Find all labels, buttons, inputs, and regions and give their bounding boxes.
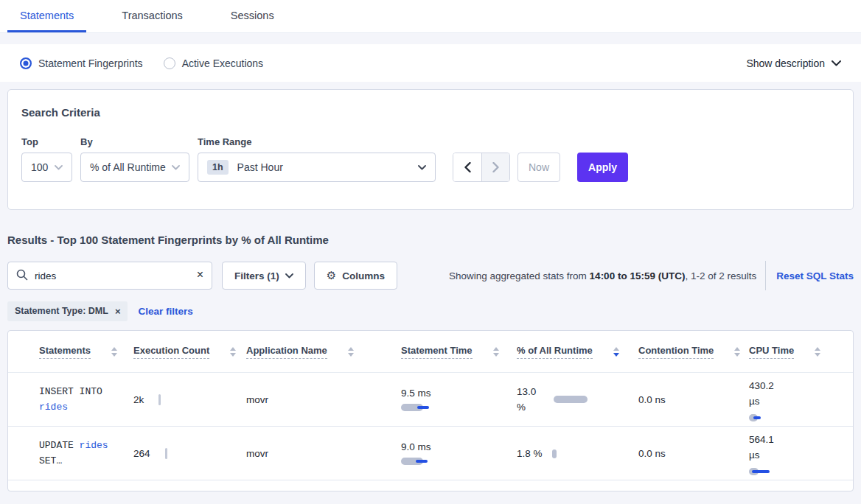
chevron-left-icon	[464, 162, 471, 172]
table-header-row: Statements Execution Count Application N…	[8, 331, 853, 373]
chevron-down-icon	[55, 165, 63, 170]
table-footer-spacer	[8, 480, 853, 491]
application-name-value: movr	[246, 448, 268, 459]
chevron-down-icon	[285, 273, 293, 279]
top-tab-bar: Statements Transactions Sessions	[0, 0, 861, 33]
col-header-label[interactable]: Statements	[39, 345, 91, 359]
sort-icon[interactable]	[493, 347, 499, 357]
summary-prefix: Showing aggregated stats from	[449, 270, 590, 281]
results-summary: Showing aggregated stats from 14:00 to 1…	[449, 270, 756, 281]
col-header-cpu-time: CPU Time	[749, 345, 853, 359]
statement-fingerprint[interactable]: INSERT INTO rides	[39, 384, 128, 415]
filter-chip-statement-type[interactable]: Statement Type: DML ×	[7, 301, 128, 321]
statement-time-bar	[401, 458, 430, 465]
radio-active-executions[interactable]: Active Executions	[164, 57, 264, 69]
search-criteria-panel: Search Criteria Top 100 By % of All Runt…	[7, 89, 854, 210]
results-heading: Results - Top 100 Statement Fingerprints…	[7, 234, 854, 246]
filters-button-label: Filters (1)	[234, 270, 279, 281]
remove-filter-icon[interactable]: ×	[115, 306, 121, 317]
runtime-pct-value: 1.8 %	[517, 446, 546, 461]
tab-transactions[interactable]: Transactions	[109, 0, 195, 32]
sort-icon[interactable]	[348, 347, 354, 357]
cpu-time-bar	[749, 414, 762, 421]
show-description-label: Show description	[746, 57, 825, 69]
statement-time-bar	[401, 404, 430, 411]
next-time-button[interactable]	[481, 153, 509, 181]
show-description-toggle[interactable]: Show description	[746, 57, 841, 69]
contention-time-value: 0.0 ns	[638, 394, 666, 405]
top-select-value: 100	[31, 161, 48, 173]
chevron-down-icon	[172, 165, 180, 170]
apply-button[interactable]: Apply	[577, 153, 628, 182]
top-select[interactable]: 100	[21, 153, 72, 182]
search-icon	[16, 269, 28, 281]
sort-icon-descending[interactable]	[613, 347, 619, 357]
statement-time-value: 9.5 ms	[401, 388, 517, 399]
runtime-pct-value: 13.0 %	[517, 384, 546, 415]
col-header-label[interactable]: Execution Count	[133, 345, 209, 359]
execution-count-value: 264	[133, 448, 150, 459]
by-field-group: By % of All Runtime	[80, 136, 189, 182]
search-input[interactable]	[7, 262, 212, 290]
contention-time-value: 0.0 ns	[638, 448, 666, 459]
statement-text: SET…	[39, 455, 62, 466]
col-header-label[interactable]: CPU Time	[749, 345, 794, 359]
top-field-group: Top 100	[21, 136, 72, 182]
time-range-badge: 1h	[207, 160, 229, 175]
statement-time-value: 9.0 ms	[401, 441, 517, 452]
statement-link[interactable]: rides	[39, 402, 68, 413]
col-header-label[interactable]: Application Name	[246, 345, 327, 359]
filter-chip-label: Statement Type: DML	[15, 306, 108, 316]
table-row: UPDATE rides SET… 264 movr 9.0 ms 1.8 % …	[8, 427, 853, 480]
results-toolbar: × Filters (1) ⚙ Columns Showing aggregat…	[7, 261, 854, 290]
previous-time-button[interactable]	[453, 153, 481, 181]
by-label: By	[80, 136, 189, 147]
sort-icon[interactable]	[734, 347, 740, 357]
col-header-contention-time: Contention Time	[638, 345, 749, 359]
active-filters-row: Statement Type: DML × Clear filters	[7, 301, 854, 321]
filters-button[interactable]: Filters (1)	[222, 262, 306, 290]
reset-sql-stats-link[interactable]: Reset SQL Stats	[776, 270, 854, 281]
time-range-field-group: Time Range 1h Past Hour	[198, 136, 436, 182]
tab-sessions[interactable]: Sessions	[218, 0, 287, 32]
execution-count-bar	[158, 394, 161, 405]
radio-statement-fingerprints[interactable]: Statement Fingerprints	[20, 57, 143, 69]
clear-search-icon[interactable]: ×	[197, 267, 203, 282]
col-header-label[interactable]: Contention Time	[638, 345, 714, 359]
application-name-value: movr	[246, 394, 268, 405]
radio-unselected-icon[interactable]	[164, 57, 175, 69]
cpu-time-value: 564.1 µs	[749, 432, 784, 463]
now-button[interactable]: Now	[517, 153, 560, 182]
radio-label: Statement Fingerprints	[38, 57, 143, 69]
cpu-time-value: 430.2 µs	[749, 378, 784, 409]
sort-icon[interactable]	[230, 347, 236, 357]
view-toggle-bar: Statement Fingerprints Active Executions…	[0, 44, 861, 82]
col-header-label[interactable]: Statement Time	[401, 345, 473, 359]
statement-fingerprint[interactable]: UPDATE rides SET…	[39, 438, 128, 469]
time-nav-arrows	[453, 153, 510, 182]
search-field-wrap: ×	[7, 262, 212, 290]
time-range-label: Time Range	[198, 136, 436, 147]
execution-count-bar	[165, 448, 167, 459]
columns-button[interactable]: ⚙ Columns	[314, 262, 397, 290]
time-range-value: Past Hour	[237, 161, 283, 173]
col-header-application-name: Application Name	[246, 345, 401, 359]
toolbar-divider	[765, 261, 766, 290]
summary-time-range: 14:00 to 15:59 (UTC)	[590, 270, 686, 281]
col-header-label[interactable]: % of All Runtime	[517, 345, 593, 359]
columns-button-label: Columns	[342, 270, 385, 281]
by-select[interactable]: % of All Runtime	[80, 153, 189, 182]
col-header-statements: Statements	[39, 345, 133, 359]
chevron-down-icon	[832, 60, 841, 66]
sort-icon[interactable]	[815, 347, 820, 357]
clear-filters-link[interactable]: Clear filters	[138, 306, 192, 317]
tab-statements[interactable]: Statements	[7, 0, 86, 32]
search-criteria-title: Search Criteria	[21, 106, 840, 119]
table-row: INSERT INTO rides 2k movr 9.5 ms 13.0 % …	[8, 373, 853, 427]
time-range-select[interactable]: 1h Past Hour	[198, 153, 436, 182]
summary-suffix: , 1-2 of 2 results	[685, 270, 756, 281]
sort-icon[interactable]	[111, 347, 117, 357]
statement-link[interactable]: rides	[80, 440, 108, 451]
radio-selected-icon[interactable]	[20, 57, 32, 69]
col-header-pct-of-all-runtime: % of All Runtime	[517, 345, 638, 359]
